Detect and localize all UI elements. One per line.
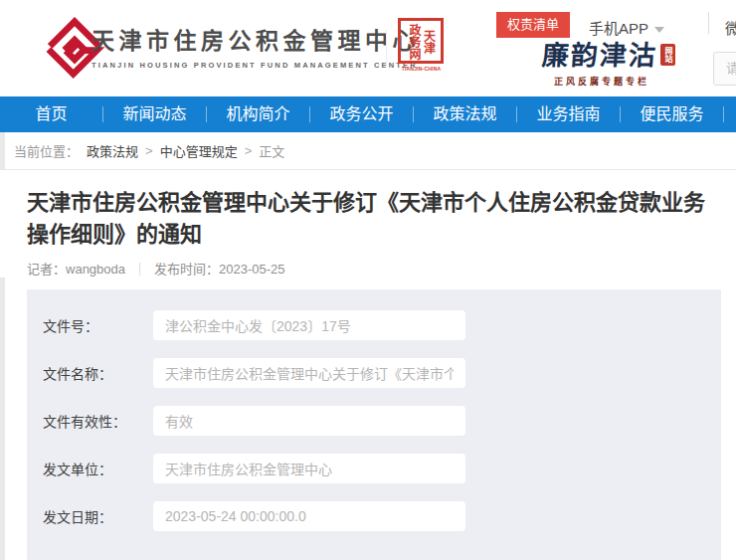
publish-date: 2023-05-25	[219, 262, 285, 277]
reporter-label: 记者：	[27, 262, 66, 277]
doc-number-input[interactable]	[153, 310, 465, 340]
nav-item-about[interactable]: 机构简介	[207, 96, 309, 132]
main-nav: 首页 新闻动态 机构简介 政务公开 政策法规 业务指南 便民服务	[0, 96, 736, 132]
breadcrumb-separator: >	[145, 143, 153, 158]
doc-row-date: 发文日期：	[43, 501, 721, 531]
doc-validity-label: 文件有效性：	[43, 411, 153, 431]
wechat-link[interactable]: 微信	[725, 17, 736, 38]
doc-validity-input[interactable]	[153, 406, 465, 436]
breadcrumb-link-policies[interactable]: 政策法规	[87, 141, 138, 160]
nav-divider	[723, 106, 724, 122]
breadcrumb-link-center-rules[interactable]: 中心管理规定	[160, 141, 238, 160]
mobile-app-dropdown[interactable]: 手机APP	[589, 17, 664, 38]
nav-item-business-guide[interactable]: 业务指南	[517, 96, 620, 132]
doc-issuer-input[interactable]	[153, 454, 465, 483]
article-title: 天津市住房公积金管理中心关于修订《天津市个人住房公积金贷款业务操作细则》的通知	[27, 187, 715, 251]
seal-text-left: 政务网	[407, 23, 420, 61]
tianjin-gov-seal: 天津 政务网 TIANJIN-CHINA	[398, 18, 445, 72]
site-subtitle: TIANJIN HOUSING PROVIDENT FUND MANAGEMEN…	[92, 61, 420, 70]
seal-box: 天津 政务网	[398, 18, 444, 64]
doc-date-label: 发文日期：	[43, 506, 153, 526]
breadcrumb-separator: >	[245, 143, 253, 158]
topbar-divider	[708, 12, 709, 34]
duty-list-button[interactable]: 权责清单	[496, 12, 570, 38]
doc-name-input[interactable]	[153, 358, 465, 388]
doc-date-input[interactable]	[153, 501, 465, 531]
article-meta: 记者：wangboda｜发布时间：2023-05-25	[27, 259, 702, 278]
chevron-down-icon	[654, 27, 664, 33]
meta-separator: ｜	[133, 262, 146, 277]
reporter-name: wangboda	[66, 262, 125, 277]
doc-row-issuer: 发文单位：	[43, 454, 721, 483]
seal-caption: TIANJIN-CHINA	[398, 66, 445, 72]
doc-row-name: 文件名称：	[43, 358, 721, 388]
lianyun-site-badge: 网站	[660, 44, 675, 66]
doc-row-number: 文件号：	[43, 310, 721, 340]
nav-item-public-service[interactable]: 便民服务	[621, 96, 723, 132]
lianyun-logo-text: 廉韵津沽	[541, 42, 658, 69]
nav-item-gov-affairs[interactable]: 政务公开	[310, 96, 413, 132]
site-title: 天津市住房公积金管理中心	[92, 22, 420, 56]
site-header: 天津市住房公积金管理中心 TIANJIN HOUSING PROVIDENT F…	[0, 0, 736, 96]
nav-item-news[interactable]: 新闻动态	[103, 96, 206, 132]
site-brand: 天津市住房公积金管理中心 TIANJIN HOUSING PROVIDENT F…	[92, 22, 420, 70]
breadcrumb-label: 当前位置：	[14, 141, 79, 160]
lianyun-jingu-logo[interactable]: 廉韵津沽 网站	[542, 42, 675, 69]
publish-time-label: 发布时间：	[154, 262, 219, 277]
nav-item-policies[interactable]: 政策法规	[414, 96, 516, 132]
doc-number-label: 文件号：	[43, 315, 153, 335]
header-divider	[386, 30, 387, 68]
mobile-app-label: 手机APP	[589, 20, 648, 37]
doc-issuer-label: 发文单位：	[43, 459, 153, 478]
doc-name-label: 文件名称：	[43, 363, 153, 383]
doc-row-validity: 文件有效性：	[43, 406, 721, 436]
document-info-panel: 文件号： 文件名称： 文件有效性： 发文单位： 发文日期：	[27, 289, 721, 560]
page: 天津市住房公积金管理中心 TIANJIN HOUSING PROVIDENT F…	[0, 0, 736, 560]
article-content: 天津市住房公积金管理中心关于修订《天津市个人住房公积金贷款业务操作细则》的通知 …	[0, 170, 736, 278]
search-input[interactable]: 请	[713, 52, 736, 86]
lianyun-caption: 正风反腐专题专栏	[554, 75, 649, 88]
breadcrumb: 当前位置： 政策法规 > 中心管理规定 > 正文	[0, 132, 736, 170]
nav-item-home[interactable]: 首页	[0, 96, 102, 132]
breadcrumb-current: 正文	[259, 141, 284, 160]
seal-text-right: 天津	[422, 23, 435, 61]
